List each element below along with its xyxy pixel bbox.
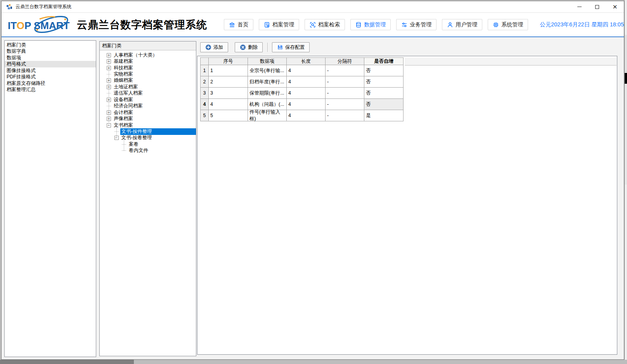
tree-item-label: 退伍军人档案 bbox=[113, 90, 144, 97]
tree-item[interactable]: +基建档案 bbox=[100, 58, 196, 64]
sidebar-item[interactable]: PDF挂接格式 bbox=[5, 74, 96, 80]
tree-item-label: 实物档案 bbox=[113, 71, 134, 78]
background-scrollbar-thumb bbox=[625, 73, 627, 84]
sidebar-item[interactable]: 图像挂接格式 bbox=[5, 67, 96, 74]
table-cell[interactable]: 归档年度(单行... bbox=[248, 76, 287, 88]
tree-item-label: 基建档案 bbox=[113, 58, 134, 65]
table-cell[interactable]: 件号(单行输入框) bbox=[248, 110, 287, 121]
tree-item[interactable]: 卷内文件 bbox=[100, 148, 196, 154]
tree-item[interactable]: +土地证档案 bbox=[100, 84, 196, 90]
table-cell[interactable]: - bbox=[326, 99, 364, 110]
save-floppy-button[interactable]: 保存配置 bbox=[272, 42, 310, 52]
background-scrollbar bbox=[625, 35, 627, 72]
nav-button-label: 首页 bbox=[237, 21, 248, 28]
sidebar-item[interactable]: 档案整理汇总 bbox=[5, 86, 96, 93]
tree-item[interactable]: +会计档案 bbox=[100, 109, 196, 116]
close-icon: ✕ bbox=[613, 4, 618, 10]
delete-circle-button[interactable]: 删除 bbox=[235, 42, 263, 52]
tree-item[interactable]: 经济合同档案 bbox=[100, 103, 196, 109]
table-cell[interactable]: - bbox=[326, 88, 364, 99]
table-cell[interactable]: 保管期限(单行... bbox=[248, 88, 287, 99]
tree-item[interactable]: +人事档案（十大类） bbox=[100, 52, 196, 58]
tree-item[interactable]: 文书-按件整理 bbox=[100, 128, 196, 135]
user-icon bbox=[447, 22, 453, 28]
desktop-taskbar-strip-dark bbox=[0, 360, 134, 364]
tree-item[interactable]: +科技档案 bbox=[100, 65, 196, 71]
table-row-header[interactable]: 5 bbox=[200, 110, 209, 121]
maximize-button[interactable] bbox=[588, 1, 606, 13]
nav-button-user[interactable]: 用户管理 bbox=[442, 19, 482, 30]
archive-doc-icon bbox=[264, 22, 270, 28]
nav-button-database[interactable]: 数据管理 bbox=[350, 19, 391, 30]
title-bar: 云鼎兰台数字档案管理系统 ✕ bbox=[2, 1, 624, 13]
tree-item-label: 卷内文件 bbox=[128, 147, 149, 154]
table-cell[interactable]: 是 bbox=[364, 110, 404, 121]
table-cell[interactable]: 4 bbox=[287, 76, 326, 88]
nav-button-label: 档案管理 bbox=[272, 21, 294, 28]
tree-item[interactable]: −文书-按卷整理 bbox=[100, 135, 196, 141]
tree-item[interactable]: 退伍军人档案 bbox=[100, 90, 196, 97]
sliders-icon bbox=[401, 22, 407, 28]
table-row-header[interactable]: 1 bbox=[200, 65, 209, 76]
tree-item-label: 文书-按件整理 bbox=[120, 128, 196, 135]
nav-button-home[interactable]: 首页 bbox=[224, 19, 253, 30]
sidebar-item[interactable]: 数据字典 bbox=[5, 48, 96, 54]
tree-item[interactable]: 实物档案 bbox=[100, 71, 196, 77]
table-row-header[interactable]: 4 bbox=[200, 99, 209, 110]
table-cell[interactable]: 5 bbox=[209, 110, 248, 121]
sidebar-item[interactable]: 档案原文存储路径 bbox=[5, 80, 96, 86]
table-cell[interactable]: 4 bbox=[287, 110, 326, 121]
minimize-button[interactable] bbox=[570, 1, 588, 13]
close-button[interactable]: ✕ bbox=[606, 1, 624, 13]
table-row: 33保管期限(单行...4-否 bbox=[200, 88, 404, 99]
nav-button-sliders[interactable]: 业务管理 bbox=[396, 19, 436, 30]
toolbar-button-label: 删除 bbox=[248, 44, 258, 51]
tree-item[interactable]: +声像档案 bbox=[100, 116, 196, 122]
tree-item-label: 案卷 bbox=[128, 141, 140, 148]
nav-button-search-scan[interactable]: 档案检索 bbox=[305, 19, 345, 30]
table-cell[interactable]: 否 bbox=[364, 76, 404, 88]
sidebar-item[interactable]: 数据项 bbox=[5, 55, 96, 61]
table-cell[interactable]: 否 bbox=[364, 65, 404, 76]
table-cell[interactable]: - bbox=[326, 65, 364, 76]
table-column-header[interactable]: 序号 bbox=[209, 57, 248, 65]
nav-button-archive-doc[interactable]: 档案管理 bbox=[259, 19, 299, 30]
nav-button-chip[interactable]: 系统管理 bbox=[488, 19, 528, 30]
table-column-header[interactable]: 分隔符 bbox=[326, 57, 364, 65]
table-cell[interactable]: 机构（问题）(... bbox=[248, 99, 287, 110]
tree-connector-line bbox=[116, 125, 117, 138]
tree-item-label: 人事档案（十大类） bbox=[113, 52, 159, 59]
tree-item[interactable]: −文书档案 bbox=[100, 122, 196, 128]
table-cell[interactable]: 4 bbox=[287, 65, 326, 76]
app-window: 云鼎兰台数字档案管理系统 ✕ ITOP SMART 云鼎兰台数字档案管理系统 首… bbox=[1, 1, 624, 360]
tree-item-label: 文书-按卷整理 bbox=[120, 135, 153, 141]
table-cell[interactable]: 3 bbox=[209, 88, 248, 99]
table-cell[interactable]: 4 bbox=[287, 88, 326, 99]
add-circle-button[interactable]: 添加 bbox=[200, 42, 228, 52]
add-circle-icon bbox=[205, 44, 211, 50]
table-cell[interactable]: 4 bbox=[209, 99, 248, 110]
tree-item-label: 文书档案 bbox=[113, 122, 134, 129]
sidebar-item[interactable]: 档号格式 bbox=[5, 61, 96, 67]
data-grid-table: 序号数据项长度分隔符是否自增11全宗号(单行输...4-否22归档年度(单行..… bbox=[200, 57, 404, 121]
table-row-header[interactable]: 2 bbox=[200, 76, 209, 88]
table-column-header[interactable]: 长度 bbox=[287, 57, 326, 65]
table-column-header[interactable]: 数据项 bbox=[248, 57, 287, 65]
table-cell[interactable]: - bbox=[326, 110, 364, 121]
table-cell[interactable]: - bbox=[326, 76, 364, 88]
table-cell[interactable]: 2 bbox=[209, 76, 248, 88]
table-cell[interactable]: 否 bbox=[364, 99, 404, 110]
header-datetime: 公元2023年6月22日 星期四 18:05 bbox=[540, 21, 624, 28]
tree-item[interactable]: +婚姻档案 bbox=[100, 78, 196, 84]
table-column-header[interactable]: 是否自增 bbox=[364, 57, 404, 65]
table-row-header[interactable]: 3 bbox=[200, 88, 209, 99]
tree-item[interactable]: +设备档案 bbox=[100, 97, 196, 103]
table-cell[interactable]: 1 bbox=[209, 65, 248, 76]
nav-button-label: 数据管理 bbox=[364, 21, 386, 28]
table-cell[interactable]: 全宗号(单行输... bbox=[248, 65, 287, 76]
table-cell[interactable]: 否 bbox=[364, 88, 404, 99]
table-cell[interactable]: 4 bbox=[287, 99, 326, 110]
sidebar-item[interactable]: 档案门类 bbox=[5, 42, 96, 48]
tree-item[interactable]: 案卷 bbox=[100, 141, 196, 147]
tree-item-label: 经济合同档案 bbox=[113, 103, 144, 109]
